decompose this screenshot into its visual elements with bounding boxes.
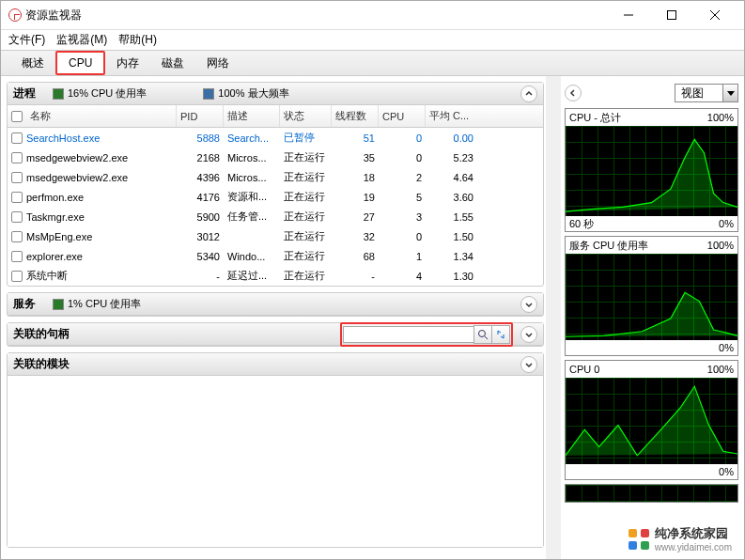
graph-total-max: 100%	[707, 112, 734, 123]
processes-header[interactable]: 进程 16% CPU 使用率 100% 最大频率	[8, 83, 543, 105]
modules-header[interactable]: 关联的模块	[8, 353, 543, 376]
row-checkbox[interactable]	[11, 251, 23, 262]
tab-overview[interactable]: 概述	[10, 52, 55, 75]
row-checkbox[interactable]	[11, 211, 23, 223]
graph-cpu0-title: CPU 0	[569, 364, 599, 375]
col-threads[interactable]: 线程数	[332, 105, 379, 127]
svg-marker-6	[727, 91, 735, 96]
menu-help[interactable]: 帮助(H)	[118, 32, 157, 48]
col-state[interactable]: 状态	[280, 105, 332, 127]
graph-total-footer-left: 60 秒	[569, 217, 594, 231]
max-freq-label: 100% 最大频率	[218, 86, 288, 101]
table-row[interactable]: SearchHost.exe5888Search...已暂停5100.00	[8, 128, 543, 148]
col-avg[interactable]: 平均 C...	[426, 105, 477, 127]
app-icon	[8, 8, 22, 22]
cpu-usage-swatch	[53, 88, 64, 100]
watermark-logo	[629, 529, 649, 550]
table-row[interactable]: 系统中断-延迟过...正在运行-41.30	[8, 266, 543, 286]
svc-cpu-swatch	[53, 299, 64, 310]
table-row[interactable]: MsMpEng.exe3012正在运行3201.50	[8, 226, 543, 246]
table-row[interactable]: msedgewebview2.exe2168Micros...正在运行3505.…	[8, 148, 543, 167]
expand-icon[interactable]	[520, 296, 537, 313]
view-dropdown[interactable]: 视图	[675, 84, 738, 102]
modules-panel: 关联的模块	[7, 352, 544, 548]
graph-cpu-total: CPU - 总计 100% 60 秒 0%	[565, 108, 738, 232]
expand-icon[interactable]	[520, 326, 537, 343]
graphs-collapse-icon[interactable]	[565, 85, 582, 101]
svg-rect-1	[668, 11, 676, 20]
max-freq-swatch	[203, 88, 214, 100]
col-desc[interactable]: 描述	[224, 105, 280, 127]
left-scrollbar[interactable]	[546, 76, 561, 559]
processes-columns: 名称 PID 描述 状态 线程数 CPU 平均 C...	[8, 105, 543, 128]
view-label: 视图	[675, 86, 722, 101]
graph-cpu0-footer-right: 0%	[719, 466, 734, 477]
row-checkbox[interactable]	[11, 271, 23, 282]
processes-title: 进程	[13, 86, 36, 101]
handles-header[interactable]: 关联的句柄	[8, 323, 543, 346]
menubar: 文件(F) 监视器(M) 帮助(H)	[1, 29, 744, 50]
services-panel: 服务 1% CPU 使用率	[7, 292, 544, 317]
menu-file[interactable]: 文件(F)	[8, 32, 45, 48]
tabbar: 概述 CPU 内存 磁盘 网络	[1, 50, 744, 76]
dropdown-arrow-icon	[722, 85, 737, 101]
tab-memory[interactable]: 内存	[105, 52, 150, 75]
row-checkbox[interactable]	[11, 172, 23, 183]
table-row[interactable]: Taskmgr.exe5900任务管...正在运行2731.55	[8, 207, 543, 226]
modules-title: 关联的模块	[13, 356, 70, 372]
graph-svc-cpu: 服务 CPU 使用率 100% 0%	[565, 236, 738, 356]
col-name[interactable]: 名称	[30, 109, 51, 123]
svg-point-4	[479, 330, 486, 336]
graph-total-footer-right: 0%	[719, 218, 734, 229]
graph-cpu0: CPU 0 100% 0%	[565, 360, 738, 480]
close-button[interactable]	[693, 1, 737, 29]
expand-icon[interactable]	[520, 356, 537, 373]
table-row[interactable]: perfmon.exe4176资源和...正在运行1953.60	[8, 187, 543, 207]
tab-disk[interactable]: 磁盘	[150, 52, 195, 75]
table-row[interactable]: msedgewebview2.exe4396Micros...正在运行1824.…	[8, 167, 543, 187]
row-checkbox[interactable]	[11, 152, 23, 163]
menu-monitor[interactable]: 监视器(M)	[56, 32, 107, 48]
tab-cpu[interactable]: CPU	[55, 51, 105, 75]
tab-network[interactable]: 网络	[195, 52, 241, 75]
services-header[interactable]: 服务 1% CPU 使用率	[8, 293, 543, 316]
refresh-icon[interactable]	[491, 325, 510, 344]
handles-panel: 关联的句柄	[7, 322, 544, 347]
graph-svc-title: 服务 CPU 使用率	[569, 239, 648, 253]
services-title: 服务	[13, 296, 36, 312]
row-checkbox[interactable]	[11, 192, 23, 203]
col-pid[interactable]: PID	[177, 105, 224, 127]
select-all-checkbox[interactable]	[11, 111, 23, 122]
row-checkbox[interactable]	[11, 231, 23, 242]
graph-total-title: CPU - 总计	[569, 111, 621, 125]
search-icon[interactable]	[473, 325, 492, 344]
graph-cpu0-max: 100%	[707, 364, 734, 375]
col-cpu[interactable]: CPU	[379, 105, 426, 127]
graph-svc-footer-right: 0%	[719, 342, 734, 353]
search-highlight	[340, 322, 513, 347]
maximize-button[interactable]	[650, 1, 693, 29]
watermark: 纯净系统家园 www.yidaimei.com	[629, 525, 732, 552]
window-title: 资源监视器	[25, 8, 82, 23]
titlebar: 资源监视器	[1, 1, 744, 29]
graph-svc-max: 100%	[707, 240, 734, 251]
handles-title: 关联的句柄	[13, 326, 70, 342]
watermark-url: www.yidaimei.com	[655, 542, 732, 552]
watermark-text: 纯净系统家园	[655, 525, 732, 542]
handles-search-input[interactable]	[343, 326, 474, 343]
processes-panel: 进程 16% CPU 使用率 100% 最大频率 名称 PID 描述 状态 线程…	[7, 82, 544, 287]
cpu-usage-label: 16% CPU 使用率	[68, 86, 147, 101]
minimize-button[interactable]	[607, 1, 650, 29]
svg-line-5	[485, 336, 488, 339]
process-rows: SearchHost.exe5888Search...已暂停5100.00mse…	[8, 128, 543, 286]
table-row[interactable]: explorer.exe5340Windo...正在运行6811.34	[8, 246, 543, 266]
row-checkbox[interactable]	[11, 132, 23, 144]
svc-cpu-label: 1% CPU 使用率	[68, 297, 141, 311]
collapse-icon[interactable]	[520, 86, 537, 102]
graph-partial	[565, 484, 738, 503]
